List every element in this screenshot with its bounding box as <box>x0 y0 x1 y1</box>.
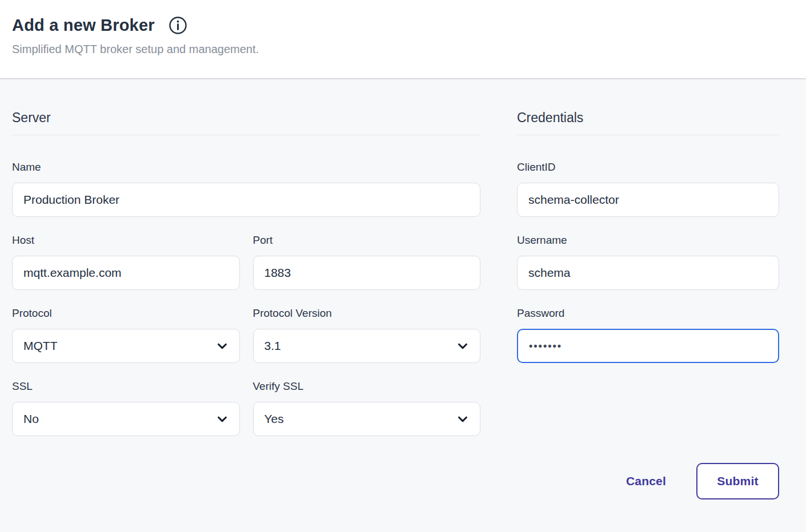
protocol-version-field-group: Protocol Version 3.1 <box>253 307 481 363</box>
host-label: Host <box>12 234 240 247</box>
broker-form: Server Name Host Port Protocol <box>0 79 806 499</box>
port-label: Port <box>253 234 481 247</box>
cancel-button[interactable]: Cancel <box>626 474 666 488</box>
server-section: Server Name Host Port Protocol <box>12 110 480 436</box>
ssl-select[interactable]: No <box>12 402 240 436</box>
username-input[interactable] <box>517 256 779 290</box>
verify-ssl-selected-value: Yes <box>264 412 284 426</box>
page-header: Add a new Broker Simplified MQTT broker … <box>0 0 806 79</box>
protocol-label: Protocol <box>12 307 240 320</box>
ssl-field-group: SSL No <box>12 380 240 436</box>
info-icon[interactable] <box>169 16 187 35</box>
host-field-group: Host <box>12 234 240 290</box>
chevron-down-icon <box>216 340 228 352</box>
protocol-select[interactable]: MQTT <box>12 329 240 363</box>
client-id-input[interactable] <box>517 183 779 217</box>
server-section-title: Server <box>12 110 480 135</box>
submit-button[interactable]: Submit <box>696 463 779 499</box>
client-id-field-group: ClientID <box>517 161 779 217</box>
verify-ssl-select[interactable]: Yes <box>253 402 481 436</box>
verify-ssl-field-group: Verify SSL Yes <box>253 380 481 436</box>
password-label: Password <box>517 307 779 320</box>
name-field-group: Name <box>12 161 480 217</box>
credentials-section-title: Credentials <box>517 110 779 135</box>
port-field-group: Port <box>253 234 481 290</box>
username-label: Username <box>517 234 779 247</box>
protocol-version-select[interactable]: 3.1 <box>253 329 481 363</box>
chevron-down-icon <box>216 413 228 425</box>
verify-ssl-label: Verify SSL <box>253 380 481 393</box>
ssl-selected-value: No <box>23 412 39 426</box>
username-field-group: Username <box>517 234 779 290</box>
name-input[interactable] <box>12 183 480 217</box>
host-input[interactable] <box>12 256 240 290</box>
protocol-version-label: Protocol Version <box>253 307 481 320</box>
page-subtitle: Simplified MQTT broker setup and managem… <box>12 43 779 56</box>
page-title: Add a new Broker <box>12 16 155 35</box>
password-field-group: Password <box>517 307 779 363</box>
ssl-label: SSL <box>12 380 240 393</box>
chevron-down-icon <box>456 340 469 352</box>
port-input[interactable] <box>253 256 481 290</box>
form-actions: Cancel Submit <box>12 463 779 499</box>
password-input[interactable] <box>517 329 779 363</box>
protocol-selected-value: MQTT <box>23 339 57 353</box>
chevron-down-icon <box>456 413 469 425</box>
client-id-label: ClientID <box>517 161 779 174</box>
name-label: Name <box>12 161 480 174</box>
protocol-field-group: Protocol MQTT <box>12 307 240 363</box>
credentials-section: Credentials ClientID Username Password <box>517 110 779 363</box>
protocol-version-selected-value: 3.1 <box>264 339 281 353</box>
